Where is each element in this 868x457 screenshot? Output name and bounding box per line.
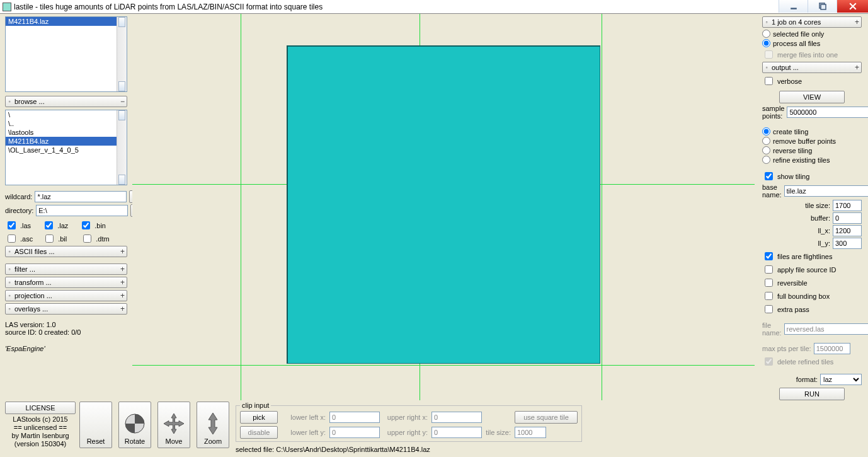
list-item[interactable]: M4211B4.laz xyxy=(6,137,127,146)
llx-label: ll_x: xyxy=(818,227,830,234)
base-name-input[interactable] xyxy=(784,185,868,197)
move-icon xyxy=(161,411,186,436)
laz-checkbox[interactable]: .laz xyxy=(42,219,68,231)
tile-size-input[interactable] xyxy=(833,200,862,211)
close-button[interactable] xyxy=(837,0,868,13)
base-name-label: base name: xyxy=(762,183,782,199)
full-bbox-checkbox[interactable]: full bounding box xyxy=(762,290,830,302)
create-tiling-radio[interactable]: create tiling xyxy=(762,127,808,136)
format-label: format: xyxy=(796,376,818,383)
lower-left-y-label: lower left y: xyxy=(282,429,326,436)
svg-marker-5 xyxy=(208,413,217,434)
rotate-icon xyxy=(122,411,147,436)
file-name-input xyxy=(784,323,868,335)
output-dropdown[interactable]: ▫output ...+ xyxy=(762,62,862,73)
wildcard-label: wildcard: xyxy=(5,193,32,200)
merge-checkbox[interactable]: merge files into one xyxy=(762,49,838,61)
projection-dropdown[interactable]: ▫projection ...+ xyxy=(5,290,127,301)
grid-hline xyxy=(132,365,755,366)
grid-vline xyxy=(241,14,241,400)
lower-left-x-label: lower left x: xyxy=(282,414,326,421)
directory-list[interactable]: \ \.. \lastools M4211B4.laz \OL_Laser_v_… xyxy=(5,110,127,185)
delete-refined-checkbox[interactable]: delete refined tiles xyxy=(762,356,833,367)
refine-tiles-radio[interactable]: refine existing tiles xyxy=(762,156,830,164)
overlays-dropdown[interactable]: ▫overlays ...+ xyxy=(5,303,127,315)
jobs-dropdown[interactable]: ▫1 job on 4 cores+ xyxy=(762,16,862,28)
expand-icon: ▫ xyxy=(7,98,12,105)
las-checkbox[interactable]: .las xyxy=(5,219,31,231)
filter-dropdown[interactable]: ▫filter ...+ xyxy=(5,263,127,275)
pick-button[interactable]: pick xyxy=(240,411,278,424)
show-tiling-checkbox[interactable]: show tiling xyxy=(762,170,809,182)
buffer-input[interactable] xyxy=(833,212,862,224)
asc-checkbox[interactable]: .asc xyxy=(5,233,33,245)
about-text: LAStools (c) 2015 == unlicensed == by Ma… xyxy=(5,415,76,448)
dropdown-label: browse ... xyxy=(14,98,124,105)
zoom-icon xyxy=(200,411,226,436)
reset-button[interactable]: Reset xyxy=(79,402,112,448)
upper-right-y-label: upper right y: xyxy=(384,429,428,436)
collapse-icon: − xyxy=(120,97,125,106)
ascii-files-dropdown[interactable]: ▫ASCII files ...+ xyxy=(5,246,127,257)
clip-tile-size-input xyxy=(515,427,546,438)
format-select[interactable]: laz xyxy=(820,374,862,385)
list-item[interactable]: \ xyxy=(6,110,127,119)
lly-label: ll_y: xyxy=(818,240,830,247)
transform-dropdown[interactable]: ▫transform ...+ xyxy=(5,277,127,288)
tile-size-label: tile size: xyxy=(805,202,830,209)
app-icon xyxy=(3,3,11,11)
list-item[interactable]: \.. xyxy=(6,119,127,128)
reversible-checkbox[interactable]: reversible xyxy=(762,277,808,289)
rotate-button[interactable]: Rotate xyxy=(118,402,151,448)
extra-pass-checkbox[interactable]: extra pass xyxy=(762,303,809,315)
apply-id-checkbox[interactable]: apply file source ID xyxy=(762,263,837,275)
llx-input[interactable] xyxy=(833,225,862,236)
file-name-label: file name: xyxy=(762,321,782,337)
view-button[interactable]: VIEW xyxy=(779,91,845,103)
browse-dropdown[interactable]: ▫ browse ... − xyxy=(5,96,127,107)
disable-button[interactable]: disable xyxy=(240,426,278,439)
list-item[interactable]: \lastools xyxy=(6,128,127,137)
lly-input[interactable] xyxy=(833,238,862,249)
grid-vline xyxy=(602,14,602,400)
list-item[interactable]: \OL_Laser_v_1_4_0_5 xyxy=(6,146,127,154)
upper-right-x-input xyxy=(431,412,482,423)
verbose-checkbox[interactable]: verbose xyxy=(762,75,802,87)
reset-icon xyxy=(83,411,108,436)
zoom-button[interactable]: Zoom xyxy=(197,402,229,448)
engine-label: 'EspaEngine' xyxy=(5,345,127,352)
maximize-button[interactable] xyxy=(808,0,837,13)
process-all-radio[interactable]: process all files xyxy=(762,39,820,47)
remove-buffer-radio[interactable]: remove buffer points xyxy=(762,137,836,145)
lower-left-x-input xyxy=(329,412,380,423)
source-id-label: source ID: 0 created: 0/0 xyxy=(5,328,127,336)
max-pts-input xyxy=(814,343,850,354)
selected-files-list[interactable]: M4211B4.laz xyxy=(5,16,127,92)
viewport[interactable] xyxy=(132,14,755,400)
clip-input-group: clip input pick lower left x: upper righ… xyxy=(236,402,582,442)
directory-input[interactable] xyxy=(36,205,128,216)
minimize-button[interactable] xyxy=(779,0,808,13)
use-square-tile-button[interactable]: use square tile xyxy=(515,411,578,424)
sample-points-input[interactable] xyxy=(787,107,868,118)
reverse-tiling-radio[interactable]: reverse tiling xyxy=(762,146,812,154)
upper-right-y-input xyxy=(431,427,482,438)
scrollbar[interactable] xyxy=(117,110,127,185)
window-title: lastile - tiles huge amounts of LiDAR po… xyxy=(14,3,868,11)
clip-legend: clip input xyxy=(240,402,271,409)
flightlines-checkbox[interactable]: files are flightlines xyxy=(762,250,832,262)
selected-file-only-radio[interactable]: selected file only xyxy=(762,30,824,38)
dtm-checkbox[interactable]: .dtm xyxy=(81,233,109,245)
svg-marker-4 xyxy=(164,414,184,434)
scrollbar[interactable] xyxy=(117,17,127,91)
bin-checkbox[interactable]: .bin xyxy=(79,219,106,231)
move-button[interactable]: Move xyxy=(157,402,190,448)
license-button[interactable]: LICENSE xyxy=(5,402,76,414)
directory-label: directory: xyxy=(5,207,33,214)
selected-file-status: selected file: C:\Users\Andr\Desktop\Spr… xyxy=(236,446,576,453)
list-item[interactable]: M4211B4.laz xyxy=(6,17,127,26)
bil-checkbox[interactable]: .bil xyxy=(43,233,67,245)
wildcard-input[interactable] xyxy=(35,191,127,202)
run-button[interactable]: RUN xyxy=(779,388,845,400)
left-panel: M4211B4.laz ▫ browse ... − \ \.. \lastoo… xyxy=(5,16,127,395)
